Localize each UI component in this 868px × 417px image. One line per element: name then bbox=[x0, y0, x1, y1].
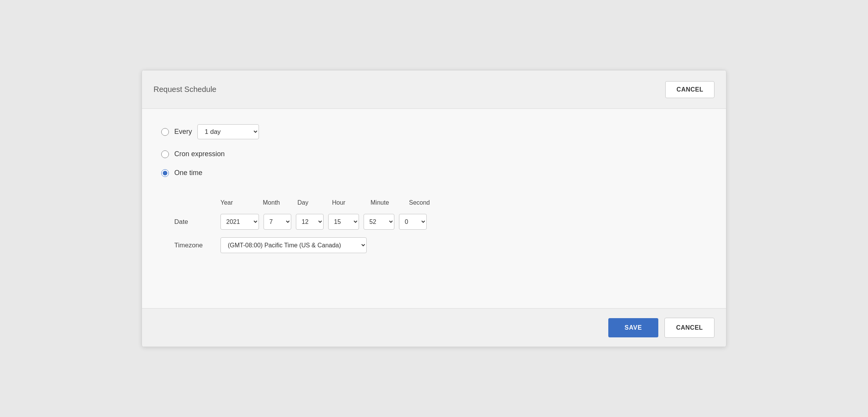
cron-option-row: Cron expression bbox=[161, 150, 707, 158]
timezone-row: Timezone (GMT-08:00) Pacific Time (US & … bbox=[174, 237, 707, 253]
second-select[interactable]: 0123 4567 891011 12131415 16171819 20212… bbox=[399, 214, 427, 230]
header-cancel-button[interactable]: CANCEL bbox=[665, 81, 714, 98]
schedule-options: Every 1 day 1 hour 1 week 1 month Cron e… bbox=[161, 124, 707, 253]
day-select[interactable]: 1234 5678 9101112 13141516 17181920 2122… bbox=[296, 214, 324, 230]
date-column-headers: Year Month Day Hour Minute Second bbox=[220, 199, 707, 206]
timezone-select[interactable]: (GMT-08:00) Pacific Time (US & Canada) (… bbox=[220, 237, 367, 253]
dialog-body: Every 1 day 1 hour 1 week 1 month Cron e… bbox=[142, 109, 726, 308]
one-time-option-row: One time bbox=[161, 169, 707, 177]
day-header: Day bbox=[297, 199, 332, 206]
minute-select[interactable]: 0123 4567 891011 12131415 16171819 20212… bbox=[364, 214, 394, 230]
year-header: Year bbox=[220, 199, 263, 206]
cron-radio[interactable] bbox=[161, 150, 169, 158]
request-schedule-dialog: Request Schedule CANCEL Every 1 day 1 ho… bbox=[142, 70, 726, 347]
month-select[interactable]: 1234 5678 9101112 bbox=[264, 214, 291, 230]
frequency-select[interactable]: 1 day 1 hour 1 week 1 month bbox=[197, 124, 259, 139]
save-button[interactable]: SAVE bbox=[608, 318, 658, 337]
year-select[interactable]: 2019 2020 2021 2022 2023 2024 2025 bbox=[220, 214, 259, 230]
dialog-footer: SAVE CANCEL bbox=[142, 308, 726, 347]
one-time-radio[interactable] bbox=[161, 169, 169, 177]
hour-select[interactable]: 0123 4567 891011 12131415 16171819 20212… bbox=[328, 214, 359, 230]
hour-header: Hour bbox=[332, 199, 371, 206]
dialog-title: Request Schedule bbox=[154, 85, 216, 94]
second-header: Second bbox=[409, 199, 447, 206]
date-label: Date bbox=[174, 218, 220, 226]
one-time-details: Year Month Day Hour Minute Second Date 2… bbox=[174, 199, 707, 253]
cron-label: Cron expression bbox=[174, 150, 225, 158]
minute-header: Minute bbox=[371, 199, 409, 206]
every-label: Every bbox=[174, 128, 192, 136]
dialog-header: Request Schedule CANCEL bbox=[142, 70, 726, 109]
footer-cancel-button[interactable]: CANCEL bbox=[664, 318, 714, 338]
date-row: Date 2019 2020 2021 2022 2023 2024 2025 bbox=[174, 214, 707, 230]
date-grid: Year Month Day Hour Minute Second Date 2… bbox=[174, 199, 707, 253]
month-header: Month bbox=[263, 199, 297, 206]
one-time-label: One time bbox=[174, 169, 202, 177]
timezone-label: Timezone bbox=[174, 242, 220, 249]
every-radio[interactable] bbox=[161, 128, 169, 136]
every-option-row: Every 1 day 1 hour 1 week 1 month bbox=[161, 124, 707, 139]
date-selects: 2019 2020 2021 2022 2023 2024 2025 1234 … bbox=[220, 214, 427, 230]
